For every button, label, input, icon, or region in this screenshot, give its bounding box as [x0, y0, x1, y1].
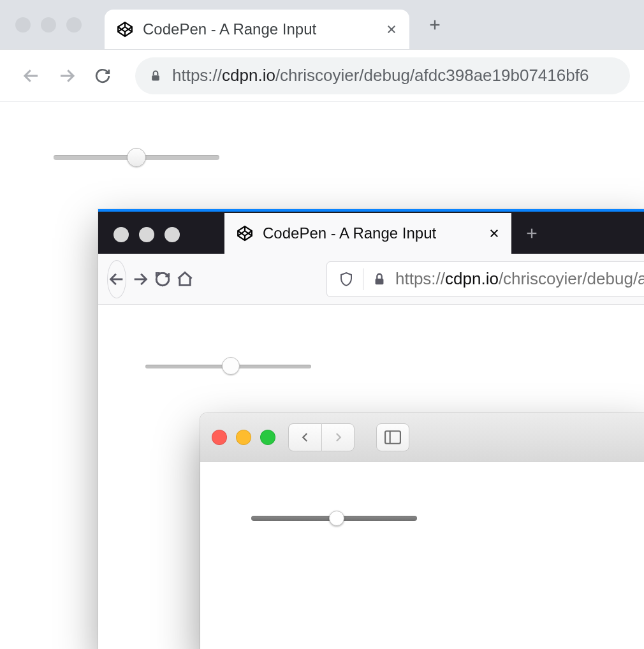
safari-toolbar: [200, 413, 644, 462]
new-tab-button[interactable]: [511, 213, 552, 254]
range-slider[interactable]: [145, 356, 606, 377]
address-bar[interactable]: https://cdpn.io/chriscoyier/debug/afdc39…: [326, 261, 644, 297]
forward-button[interactable]: [321, 423, 355, 451]
chrome-tab-bar: CodePen - A Range Input: [0, 0, 644, 50]
window-traffic-lights: [107, 227, 186, 254]
shield-icon[interactable]: [339, 272, 354, 287]
close-window-button[interactable]: [15, 17, 31, 33]
page-content: [200, 462, 644, 575]
sidebar-toggle-button[interactable]: [376, 423, 409, 451]
maximize-window-button[interactable]: [66, 17, 82, 33]
svg-rect-9: [152, 75, 159, 80]
close-window-button[interactable]: [113, 227, 129, 242]
back-button[interactable]: [14, 59, 48, 93]
forward-button[interactable]: [50, 59, 84, 93]
browser-tab[interactable]: CodePen - A Range Input: [105, 10, 409, 49]
address-bar[interactable]: https://cdpn.io/chriscoyier/debug/afdc39…: [135, 57, 630, 94]
maximize-window-button[interactable]: [260, 430, 275, 445]
lock-icon: [149, 69, 162, 82]
slider-thumb[interactable]: [329, 511, 344, 526]
back-button[interactable]: [107, 260, 126, 298]
reload-button[interactable]: [154, 263, 171, 296]
back-button[interactable]: [288, 423, 321, 451]
close-window-button[interactable]: [212, 430, 227, 445]
page-content: [0, 102, 644, 213]
reload-button[interactable]: [85, 59, 120, 93]
firefox-toolbar: https://cdpn.io/chriscoyier/debug/afdc39…: [98, 254, 644, 305]
range-slider[interactable]: [54, 147, 590, 168]
url-text: https://cdpn.io/chriscoyier/debug/afdc39…: [395, 269, 644, 289]
tab-title: CodePen - A Range Input: [143, 20, 376, 38]
minimize-window-button[interactable]: [236, 430, 251, 445]
tab-title: CodePen - A Range Input: [263, 224, 479, 242]
browser-tab[interactable]: CodePen - A Range Input: [224, 213, 511, 254]
lock-icon: [372, 272, 386, 286]
separator: [363, 268, 363, 290]
navigation-buttons: [288, 423, 355, 451]
minimize-window-button[interactable]: [139, 227, 154, 242]
home-button[interactable]: [176, 263, 194, 296]
close-tab-icon[interactable]: [488, 228, 500, 239]
slider-thumb[interactable]: [127, 148, 146, 167]
firefox-tab-bar: CodePen - A Range Input: [98, 209, 644, 254]
safari-browser-window: [200, 413, 644, 649]
page-content: [98, 305, 644, 428]
minimize-window-button[interactable]: [41, 17, 56, 33]
range-slider[interactable]: [251, 507, 602, 529]
slider-thumb[interactable]: [222, 357, 240, 375]
codepen-icon: [116, 20, 134, 38]
maximize-window-button[interactable]: [165, 227, 180, 242]
chrome-toolbar: https://cdpn.io/chriscoyier/debug/afdc39…: [0, 50, 644, 102]
svg-rect-20: [385, 431, 400, 444]
url-text: https://cdpn.io/chriscoyier/debug/afdc39…: [172, 66, 589, 85]
close-tab-icon[interactable]: [385, 23, 398, 36]
window-traffic-lights: [212, 430, 275, 445]
forward-button[interactable]: [131, 263, 149, 296]
svg-rect-19: [376, 279, 384, 284]
window-traffic-lights: [0, 17, 82, 33]
new-tab-button[interactable]: [422, 12, 448, 38]
codepen-icon: [236, 224, 254, 242]
